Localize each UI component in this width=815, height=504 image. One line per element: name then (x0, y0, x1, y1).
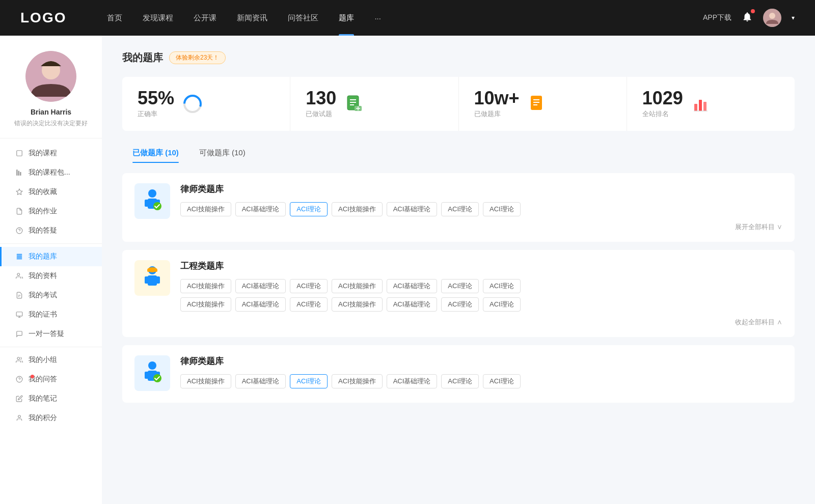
e-tag-1-6[interactable]: ACI理论 (441, 279, 479, 293)
sidebar-item-1on1qa[interactable]: 一对一答疑 (0, 324, 102, 344)
pie-chart-icon (182, 94, 203, 114)
nav-open-course[interactable]: 公开课 (183, 0, 227, 36)
e-tag-1-3[interactable]: ACI理论 (290, 279, 328, 293)
svg-rect-6 (18, 171, 19, 176)
expand-link-2[interactable]: 收起全部科目 ∧ (180, 316, 782, 327)
tag-1-1[interactable]: ACI技能操作 (180, 202, 231, 216)
user-avatar-nav[interactable] (763, 9, 781, 27)
stat-ranking-value: 1029 (642, 89, 683, 107)
svg-point-44 (148, 189, 156, 198)
e-tag-2-3[interactable]: ACI理论 (290, 297, 328, 312)
nav-discover[interactable]: 发现课程 (132, 0, 183, 36)
engineer-bank-tags-row1: ACI技能操作 ACI基础理论 ACI理论 ACI技能操作 ACI基础理论 AC… (180, 279, 782, 293)
nav-home[interactable]: 首页 (97, 0, 132, 36)
sidebar-item-profile[interactable]: 我的资料 (0, 266, 102, 286)
sidebar-item-points[interactable]: 我的积分 (0, 408, 102, 428)
tag-1-2[interactable]: ACI基础理论 (235, 202, 286, 216)
tag-3-7[interactable]: ACI理论 (483, 374, 521, 388)
sidebar-item-courses[interactable]: 我的课程 (0, 144, 102, 163)
profile-section: Brian Harris 错误的决定比没有决定要好 (0, 51, 102, 138)
navbar: LOGO 首页 发现课程 公开课 新闻资讯 问答社区 题库 ··· APP下载 … (0, 0, 815, 36)
e-tag-2-1[interactable]: ACI技能操作 (180, 297, 231, 312)
tag-1-5[interactable]: ACI基础理论 (387, 202, 438, 216)
e-tag-2-7[interactable]: ACI理论 (483, 297, 521, 312)
tag-1-6[interactable]: ACI理论 (441, 202, 479, 216)
e-tag-2-2[interactable]: ACI基础理论 (235, 297, 286, 312)
e-tag-1-7[interactable]: ACI理论 (483, 279, 521, 293)
tag-3-6[interactable]: ACI理论 (441, 374, 479, 388)
svg-marker-8 (16, 189, 22, 194)
sidebar-item-qa[interactable]: 我的答疑 (0, 221, 102, 240)
tag-3-2[interactable]: ACI基础理论 (235, 374, 286, 388)
bank-card-engineer: 工程类题库 ACI技能操作 ACI基础理论 ACI理论 ACI技能操作 ACI基… (122, 250, 795, 337)
stat-done-banks-label: 已做题库 (474, 109, 520, 119)
sidebar-item-exam[interactable]: 我的考试 (0, 286, 102, 305)
sidebar-item-favorites[interactable]: 我的收藏 (0, 182, 102, 202)
svg-rect-14 (17, 259, 22, 260)
sidebar-item-homework[interactable]: 我的作业 (0, 202, 102, 221)
sidebar-item-questionbank[interactable]: 我的题库 (0, 247, 102, 266)
sidebar-1on1qa-label: 一对一答疑 (29, 329, 64, 339)
bank-card-lawyer-1: 律师类题库 ACI技能操作 ACI基础理论 ACI理论 ACI技能操作 ACI基… (122, 173, 795, 242)
svg-rect-13 (17, 257, 22, 258)
sidebar-points-label: 我的积分 (29, 413, 57, 423)
sidebar-homework-label: 我的作业 (29, 207, 57, 216)
tag-3-5[interactable]: ACI基础理论 (387, 374, 438, 388)
svg-rect-4 (17, 151, 22, 156)
course-package-icon (15, 169, 23, 177)
e-tag-2-4[interactable]: ACI技能操作 (332, 297, 383, 312)
svg-rect-12 (17, 256, 22, 257)
e-tag-1-4[interactable]: ACI技能操作 (332, 279, 383, 293)
stat-accuracy: 55% 正确率 (122, 77, 290, 131)
e-tag-1-2[interactable]: ACI基础理论 (235, 279, 286, 293)
doc-orange-icon (528, 94, 548, 114)
sidebar-profile-label: 我的资料 (29, 271, 57, 281)
svg-point-1 (769, 13, 775, 19)
myqa-icon (15, 375, 23, 383)
stat-accuracy-label: 正确率 (138, 109, 174, 119)
nav-more[interactable]: ··· (364, 0, 391, 36)
sidebar-item-certificate[interactable]: 我的证书 (0, 305, 102, 324)
sidebar-item-myqa[interactable]: 我的问答 (0, 370, 102, 389)
sidebar-courses-label: 我的课程 (29, 149, 57, 158)
bank-card-lawyer-2: 律师类题库 ACI技能操作 ACI基础理论 ACI理论 ACI技能操作 ACI基… (122, 345, 795, 403)
sidebar-course-package-label: 我的课程包... (29, 168, 70, 177)
tag-3-4[interactable]: ACI技能操作 (332, 374, 383, 388)
tag-1-4[interactable]: ACI技能操作 (332, 202, 383, 216)
sidebar-item-group[interactable]: 我的小组 (0, 350, 102, 370)
questionbank-icon (15, 253, 23, 261)
1on1qa-icon (15, 330, 23, 338)
profile-avatar-image (25, 51, 76, 102)
lawyer-bank-icon-2 (134, 355, 170, 391)
sidebar-item-notes[interactable]: 我的笔记 (0, 389, 102, 408)
profile-motto: 错误的决定比没有决定要好 (10, 119, 92, 128)
sidebar-item-course-package[interactable]: 我的课程包... (0, 163, 102, 182)
exam-icon (15, 291, 23, 299)
lawyer-bank-icon-1 (134, 183, 170, 219)
e-tag-2-6[interactable]: ACI理论 (441, 297, 479, 312)
nav-question-bank[interactable]: 题库 (329, 0, 364, 36)
tab-done-banks[interactable]: 已做题库 (10) (122, 143, 189, 163)
page-container: Brian Harris 错误的决定比没有决定要好 我的课程 我的课程包... (0, 36, 815, 504)
tag-1-7[interactable]: ACI理论 (483, 202, 521, 216)
tag-1-3[interactable]: ACI理论 (290, 202, 328, 216)
e-tag-2-5[interactable]: ACI基础理论 (387, 297, 438, 312)
user-menu-chevron[interactable]: ▾ (792, 14, 795, 21)
nav-qa[interactable]: 问答社区 (278, 0, 329, 36)
tag-3-3[interactable]: ACI理论 (290, 374, 328, 388)
nav-news[interactable]: 新闻资讯 (227, 0, 278, 36)
e-tag-1-5[interactable]: ACI基础理论 (387, 279, 438, 293)
svg-rect-7 (20, 172, 21, 176)
expand-link-1[interactable]: 展开全部科目 ∨ (180, 220, 782, 232)
notification-bell[interactable] (742, 11, 753, 24)
app-download-button[interactable]: APP下载 (703, 13, 731, 22)
page-header: 我的题库 体验剩余23天！ (122, 51, 795, 65)
course-icon (15, 149, 23, 157)
lawyer-figure-icon-1 (140, 188, 165, 214)
engineer-bank-icon (134, 260, 170, 296)
sidebar-questionbank-label: 我的题库 (29, 252, 57, 261)
notification-badge (751, 9, 755, 13)
tag-3-1[interactable]: ACI技能操作 (180, 374, 231, 388)
e-tag-1-1[interactable]: ACI技能操作 (180, 279, 231, 293)
tab-available-banks[interactable]: 可做题库 (10) (189, 143, 256, 163)
